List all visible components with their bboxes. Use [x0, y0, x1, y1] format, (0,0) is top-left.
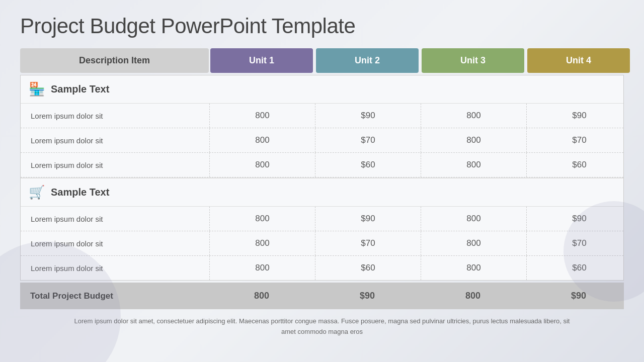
- table-body: 🏪 Sample Text Lorem ipsum dolor sit 800 …: [20, 75, 624, 281]
- budget-table: Description Item Unit 1 Unit 2 Unit 3 Un…: [20, 48, 624, 309]
- row-unit4: $60: [526, 153, 632, 177]
- row-desc: Lorem ipsum dolor sit: [21, 154, 209, 176]
- row-desc: Lorem ipsum dolor sit: [21, 232, 209, 255]
- table-row: Lorem ipsum dolor sit 800 $70 800 $70: [21, 231, 623, 256]
- row-unit3: 800: [421, 231, 526, 255]
- table-row: Lorem ipsum dolor sit 800 $60 800 $60: [21, 153, 623, 177]
- page-title: Project Budget PowerPoint Template: [20, 14, 624, 38]
- row-unit1: 800: [209, 207, 315, 231]
- header-unit1: Unit 1: [210, 48, 313, 73]
- row-desc: Lorem ipsum dolor sit: [21, 129, 209, 152]
- footer-text: Lorem ipsum dolor sit amet, consectetuer…: [20, 316, 624, 337]
- section1-header: 🏪 Sample Text: [21, 75, 623, 104]
- row-unit4: $90: [526, 207, 632, 231]
- table-header: Description Item Unit 1 Unit 2 Unit 3 Un…: [20, 48, 624, 73]
- section1-title: Sample Text: [51, 83, 109, 95]
- total-unit4: $90: [526, 283, 631, 309]
- row-unit1: 800: [209, 153, 315, 177]
- row-unit2: $70: [315, 128, 421, 152]
- row-unit2: $70: [315, 231, 421, 255]
- header-unit3: Unit 3: [422, 48, 524, 73]
- row-unit2: $90: [315, 104, 421, 128]
- section2-header: 🛒 Sample Text: [21, 177, 623, 207]
- total-label: Total Project Budget: [20, 283, 209, 309]
- table-row: Lorem ipsum dolor sit 800 $60 800 $60: [21, 256, 623, 280]
- total-unit3: 800: [420, 283, 526, 309]
- row-unit2: $60: [315, 256, 421, 280]
- row-unit1: 800: [209, 104, 315, 128]
- total-row: Total Project Budget 800 $90 800 $90: [20, 283, 624, 309]
- row-desc: Lorem ipsum dolor sit: [21, 105, 209, 127]
- row-unit3: 800: [421, 153, 526, 177]
- row-unit3: 800: [421, 207, 526, 231]
- table-row: Lorem ipsum dolor sit 800 $90 800 $90: [21, 207, 623, 231]
- header-unit4: Unit 4: [527, 48, 630, 73]
- row-unit3: 800: [421, 256, 526, 280]
- row-unit1: 800: [209, 256, 315, 280]
- section1-icon: 🏪: [29, 81, 45, 97]
- row-unit1: 800: [209, 128, 315, 152]
- total-unit2: $90: [314, 283, 420, 309]
- total-unit1: 800: [209, 283, 314, 309]
- row-unit2: $90: [315, 207, 421, 231]
- row-unit1: 800: [209, 231, 315, 255]
- row-unit2: $60: [315, 153, 421, 177]
- row-unit3: 800: [421, 128, 526, 152]
- row-desc: Lorem ipsum dolor sit: [21, 257, 209, 280]
- header-description: Description Item: [20, 48, 209, 73]
- table-row: Lorem ipsum dolor sit 800 $70 800 $70: [21, 128, 623, 153]
- header-unit2: Unit 2: [316, 48, 419, 73]
- row-unit4: $60: [526, 256, 632, 280]
- row-unit4: $70: [526, 128, 632, 152]
- row-unit4: $70: [526, 231, 632, 255]
- section2-title: Sample Text: [51, 187, 109, 198]
- row-unit4: $90: [526, 104, 632, 128]
- row-unit3: 800: [421, 104, 526, 128]
- table-row: Lorem ipsum dolor sit 800 $90 800 $90: [21, 104, 623, 128]
- row-desc: Lorem ipsum dolor sit: [21, 208, 209, 230]
- section2-icon: 🛒: [29, 185, 45, 200]
